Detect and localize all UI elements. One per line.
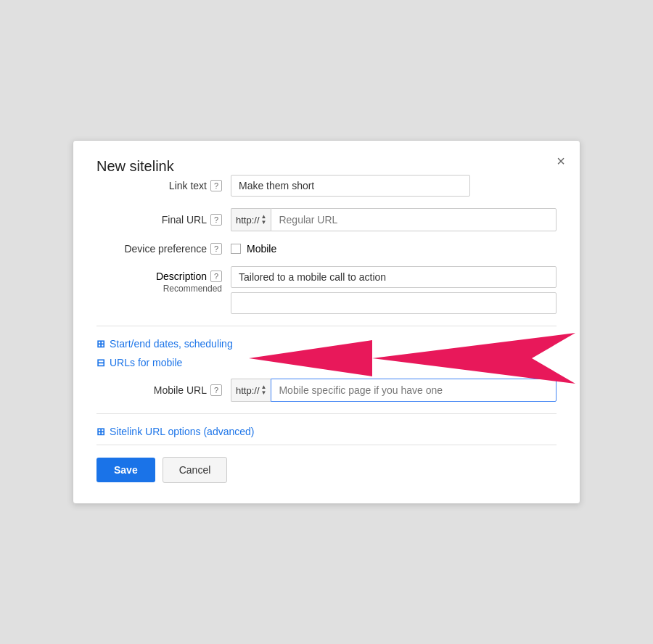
link-text-help-icon[interactable]: ? [210, 180, 222, 191]
description-inputs [231, 266, 557, 314]
advanced-expand-icon: ⊞ [96, 426, 105, 437]
description-label-col: Description ? Recommended [96, 266, 231, 294]
description-help-icon[interactable]: ? [210, 271, 222, 282]
buttons-row: Save Cancel [96, 457, 557, 483]
mobile-url-label-col: Mobile URL ? [96, 384, 231, 396]
final-url-group: http:// ▲▼ [231, 208, 557, 231]
mobile-checkbox-group: Mobile [231, 243, 276, 255]
final-url-protocol-select[interactable]: http:// ▲▼ [231, 208, 271, 231]
final-url-protocol-label: http:// [236, 215, 260, 226]
description-line2-input[interactable] [231, 292, 557, 314]
mobile-label: Mobile [247, 243, 276, 255]
link-text-label: Link text [169, 180, 207, 191]
divider [96, 326, 557, 326]
new-sitelink-dialog: New sitelink × Link text ? Final URL ? h… [73, 140, 580, 504]
device-preference-label: Device preference [124, 243, 207, 255]
mobile-url-label: Mobile URL [154, 384, 207, 396]
svg-marker-0 [372, 333, 575, 384]
big-arrow-icon [249, 329, 575, 387]
final-url-help-icon[interactable]: ? [210, 214, 222, 226]
description-line1-input[interactable] [231, 266, 557, 288]
urls-mobile-label: URLs for mobile [110, 357, 182, 368]
urls-mobile-section: ⊟ URLs for mobile Mobile URL ? http:// ▲… [96, 357, 557, 402]
link-text-row: Link text ? [96, 175, 557, 197]
device-preference-help-icon[interactable]: ? [210, 243, 222, 255]
device-preference-label-col: Device preference ? [96, 243, 231, 255]
description-label: Description [156, 271, 207, 282]
urls-mobile-expand-icon: ⊟ [96, 357, 105, 368]
description-label-row: Description ? [156, 271, 222, 282]
device-preference-row: Device preference ? Mobile [96, 243, 557, 255]
description-row: Description ? Recommended [96, 266, 557, 314]
urls-mobile-header: ⊟ URLs for mobile [96, 357, 557, 368]
final-url-input[interactable] [271, 208, 557, 231]
schedule-expandable-label: Start/end dates, scheduling [110, 338, 233, 350]
divider-2 [96, 413, 557, 414]
advanced-expandable[interactable]: ⊞ Sitelink URL options (advanced) [96, 426, 557, 437]
close-button[interactable]: × [557, 154, 565, 168]
recommended-text: Recommended [163, 284, 222, 294]
dialog-title: New sitelink [96, 158, 174, 174]
divider-3 [96, 445, 557, 445]
mobile-checkbox[interactable] [231, 244, 241, 254]
link-text-input[interactable] [231, 175, 470, 197]
protocol-arrows-icon: ▲▼ [261, 214, 267, 226]
urls-mobile-expandable[interactable]: ⊟ URLs for mobile [96, 357, 182, 368]
final-url-row: Final URL ? http:// ▲▼ [96, 208, 557, 231]
cancel-button[interactable]: Cancel [163, 457, 228, 483]
link-text-label-col: Link text ? [96, 180, 231, 191]
save-button[interactable]: Save [96, 458, 155, 482]
advanced-expandable-label: Sitelink URL options (advanced) [110, 426, 254, 437]
mobile-url-help-icon[interactable]: ? [210, 384, 222, 396]
svg-marker-1 [249, 340, 372, 376]
final-url-label-col: Final URL ? [96, 214, 231, 226]
schedule-expand-icon: ⊞ [96, 338, 105, 350]
final-url-label: Final URL [162, 214, 207, 226]
